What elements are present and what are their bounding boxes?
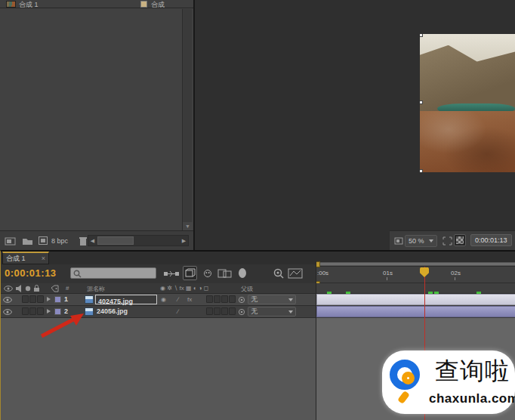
fx-switch[interactable]: fx bbox=[187, 296, 192, 303]
composition-image[interactable] bbox=[420, 34, 515, 172]
selection-handle-top-left[interactable] bbox=[420, 34, 423, 37]
timeline-search-input[interactable] bbox=[70, 267, 156, 279]
adjustment-toggle[interactable] bbox=[221, 295, 228, 303]
motion-blur-icon[interactable] bbox=[236, 267, 248, 279]
switches-header-icons[interactable]: ◉ ✲ ∖ fx ▦ ◐ ◑ ◻ bbox=[160, 285, 208, 292]
layer-row-1[interactable]: 1 402475.jpg ◉ ∕ fx 无 bbox=[1, 294, 316, 306]
pick-whip-icon[interactable] bbox=[238, 296, 245, 304]
interpret-footage-icon[interactable] bbox=[5, 236, 16, 246]
scrollbar-thumb[interactable] bbox=[97, 236, 134, 245]
lock-header-icon[interactable] bbox=[33, 285, 40, 292]
quality-switch[interactable]: ∕ bbox=[177, 308, 178, 315]
ruler-tick-1: 01s bbox=[383, 270, 393, 276]
frame-blend-toggle[interactable] bbox=[206, 307, 213, 315]
frame-blend-toggle[interactable] bbox=[206, 295, 213, 303]
solo-header-icon[interactable] bbox=[25, 286, 31, 292]
label-color-chip[interactable] bbox=[54, 296, 61, 303]
source-name-header[interactable]: 源名称 bbox=[87, 285, 105, 293]
eye-icon[interactable] bbox=[3, 309, 12, 315]
eye-icon[interactable] bbox=[3, 297, 12, 303]
layer-index: 1 bbox=[64, 295, 68, 303]
track-header-strip bbox=[316, 283, 515, 294]
watermark: 查询啦 chaxunla.com bbox=[382, 351, 515, 414]
expand-triangle-icon[interactable] bbox=[47, 297, 51, 301]
shy-switch[interactable]: ◉ bbox=[161, 296, 166, 303]
timeline-tab[interactable]: 合成 1 × bbox=[2, 252, 49, 264]
project-settings-icon[interactable] bbox=[39, 236, 48, 245]
composition-type-icon bbox=[140, 1, 147, 8]
after-effects-window: 合成 1 合成 ▼ 8 bpc ◀ ▶ bbox=[0, 0, 515, 420]
bit-depth-button[interactable]: 8 bpc bbox=[51, 237, 68, 245]
audio-header-icon[interactable] bbox=[15, 285, 22, 292]
composition-thumbnail-icon bbox=[6, 1, 16, 8]
magnification-dropdown[interactable]: 50 % bbox=[405, 235, 437, 247]
layer-name-selected[interactable]: 402475.jpg bbox=[95, 295, 157, 304]
watermark-magnifier-handle bbox=[397, 391, 410, 404]
audio-toggle[interactable] bbox=[22, 295, 29, 303]
scroll-left-button[interactable]: ◀ bbox=[88, 236, 97, 246]
project-item-row[interactable]: 合成 1 合成 bbox=[0, 0, 193, 8]
work-area-strip[interactable] bbox=[316, 261, 515, 267]
selection-handle-bottom-left[interactable] bbox=[420, 169, 423, 172]
composition-viewer-panel: 50 % 0:00:01:13 (1/2) 有效摄像机 bbox=[195, 0, 515, 250]
parent-header[interactable]: 父级 bbox=[241, 285, 253, 293]
project-item-name[interactable]: 合成 1 bbox=[19, 0, 39, 10]
label-header-icon[interactable] bbox=[51, 285, 59, 292]
current-timecode[interactable]: 0:00:01:13 bbox=[5, 267, 57, 279]
watermark-name: 查询啦 bbox=[435, 355, 510, 388]
region-of-interest-icon[interactable] bbox=[443, 236, 452, 246]
motion-blur-toggle[interactable] bbox=[214, 295, 220, 303]
scroll-right-button[interactable]: ▶ bbox=[180, 236, 188, 246]
ruler-tick-mark bbox=[387, 277, 387, 280]
project-horizontal-scrollbar[interactable]: ◀ ▶ bbox=[88, 235, 189, 246]
trash-icon[interactable] bbox=[79, 236, 88, 246]
lock-toggle[interactable] bbox=[37, 295, 44, 303]
layer-name[interactable]: 24056.jpg bbox=[97, 307, 128, 315]
project-footer-toolbar: 8 bpc ◀ ▶ bbox=[0, 230, 193, 250]
always-preview-icon[interactable] bbox=[394, 237, 403, 245]
time-ruler[interactable]: :00s 01s 02s bbox=[316, 267, 515, 283]
timeline-tab-label: 合成 1 bbox=[6, 255, 26, 262]
layer-name-text: 402475.jpg bbox=[98, 298, 133, 305]
quality-switch[interactable]: ∕ bbox=[177, 296, 178, 303]
pick-whip-icon[interactable] bbox=[238, 308, 245, 316]
audio-toggle[interactable] bbox=[22, 307, 29, 315]
project-vertical-scrollbar[interactable]: ▼ bbox=[182, 9, 192, 230]
brainstorm-icon[interactable] bbox=[273, 268, 285, 279]
hide-shy-layers-icon[interactable] bbox=[202, 269, 214, 278]
parent-dropdown[interactable]: 无 bbox=[248, 307, 296, 317]
solo-toggle[interactable] bbox=[29, 295, 36, 303]
work-area-bar[interactable] bbox=[319, 262, 515, 266]
transparency-grid-toggle[interactable] bbox=[454, 234, 466, 246]
index-header[interactable]: # bbox=[66, 285, 69, 292]
new-folder-icon[interactable] bbox=[22, 236, 33, 246]
watermark-magnifier-icon bbox=[402, 372, 415, 384]
layer-1-duration-bar[interactable] bbox=[316, 294, 515, 305]
parent-value: 无 bbox=[251, 295, 258, 303]
chevron-down-icon bbox=[288, 310, 293, 313]
solo-toggle[interactable] bbox=[29, 307, 36, 315]
viewer-toolbar: 50 % 0:00:01:13 (1/2) 有效摄像机 bbox=[390, 230, 515, 250]
selection-handle-mid-left[interactable] bbox=[420, 100, 423, 104]
timeline-column-header: # 源名称 ◉ ✲ ∖ fx ▦ ◐ ◑ ◻ 父级 bbox=[1, 283, 316, 294]
track-divider[interactable] bbox=[316, 261, 316, 420]
red-annotation-arrow bbox=[37, 309, 90, 341]
graph-editor-icon[interactable] bbox=[288, 268, 303, 279]
draft-3d-icon[interactable] bbox=[183, 266, 197, 280]
eye-header-icon[interactable] bbox=[4, 286, 13, 292]
tab-close-icon[interactable]: × bbox=[42, 253, 45, 264]
viewer-timecode[interactable]: 0:00:01:13 bbox=[470, 234, 512, 246]
adjustment-toggle[interactable] bbox=[221, 307, 228, 315]
scroll-down-button[interactable]: ▼ bbox=[183, 222, 193, 230]
3d-toggle[interactable] bbox=[229, 307, 236, 315]
parent-dropdown[interactable]: 无 bbox=[248, 295, 296, 304]
motion-blur-toggle[interactable] bbox=[214, 307, 220, 315]
ruler-tick-mark bbox=[455, 277, 455, 280]
jpg-file-icon bbox=[85, 295, 94, 304]
parent-value: 无 bbox=[251, 307, 258, 315]
project-panel: 合成 1 合成 ▼ 8 bpc ◀ ▶ bbox=[0, 0, 193, 250]
3d-toggle[interactable] bbox=[229, 295, 236, 303]
mini-flowchart-icon[interactable] bbox=[163, 269, 180, 279]
frame-blending-icon[interactable] bbox=[217, 268, 233, 279]
layer-2-duration-bar[interactable] bbox=[316, 306, 515, 317]
